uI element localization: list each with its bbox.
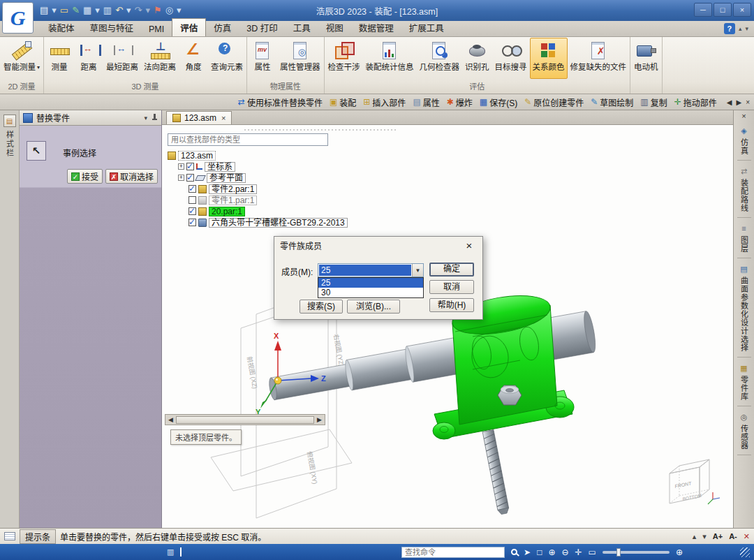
tab-仿真[interactable]: 仿真 (206, 19, 239, 36)
fit-view-icon[interactable]: ▭ (589, 547, 596, 557)
font-increase-icon[interactable]: A+ (713, 532, 723, 540)
component-search-input[interactable] (168, 133, 328, 146)
ribbon-distance[interactable]: 距离 (74, 38, 103, 79)
expander-icon[interactable]: + (178, 175, 184, 181)
toolbar-drag-component[interactable]: ✛拖动部件 (674, 96, 717, 108)
zoom-tool-icon[interactable]: ◎ (165, 2, 174, 19)
tree-horizontal-scrollbar[interactable]: ◀ ▶ (165, 414, 325, 425)
zoom-area-icon[interactable]: □ (537, 547, 542, 557)
ribbon-smart-measure[interactable]: 智能测量▾ (1, 38, 43, 79)
cancel-button[interactable]: 取消 (429, 280, 474, 294)
zoom-plus-icon[interactable]: ⊕ (676, 547, 683, 557)
toolbar-copy[interactable]: ▥复制 (640, 96, 667, 108)
run-command-icon[interactable]: ➤ (524, 547, 531, 557)
scroll-right-icon[interactable]: ▶ (316, 416, 323, 423)
tree-label-part2[interactable]: 零件2.par:1 (209, 184, 257, 194)
tab-视图[interactable]: 视图 (318, 19, 351, 36)
tab-PMI[interactable]: PMI (141, 22, 172, 36)
ribbon-measure[interactable]: 测量 (45, 38, 74, 79)
ribbon-angle[interactable]: 角度 (179, 38, 208, 79)
new-file-icon[interactable]: ▤ (39, 2, 49, 19)
tab-3D 打印[interactable]: 3D 打印 (239, 19, 285, 36)
ribbon-relationship-colors[interactable]: 关系颜色 (530, 38, 568, 79)
save-menu-icon[interactable]: ▾ (94, 2, 101, 19)
ok-button[interactable]: 确定 (429, 263, 474, 277)
view-cube[interactable]: FRONT BOTTOM (670, 459, 720, 504)
dialog-title-bar[interactable]: 零件族成员 × (274, 237, 482, 253)
panel-close-icon[interactable]: × (741, 112, 746, 120)
tab-数据管理[interactable]: 数据管理 (351, 19, 401, 36)
sample-select-button[interactable]: ↖ (27, 141, 46, 161)
scrollbar-thumb[interactable] (176, 416, 314, 424)
redo-menu-icon[interactable]: ▾ (145, 2, 151, 19)
pan-icon[interactable]: ✛ (575, 547, 582, 557)
style-tab-icon[interactable]: ▤ (3, 115, 16, 127)
dropdown-option-25[interactable]: 25 (318, 278, 423, 288)
panel-tab-sensors[interactable]: ◎传感器 (739, 409, 750, 452)
font-decrease-icon[interactable]: A- (729, 532, 737, 540)
tree-label-assembly-root[interactable]: 123.asm (178, 151, 216, 161)
print-icon[interactable]: ▥ (103, 2, 112, 19)
checkbox-coordinate-systems[interactable] (186, 163, 194, 170)
ribbon-collapse-down-icon[interactable]: ▾ (745, 26, 748, 31)
ribbon-assembly-statistics[interactable]: 装配统计信息 (363, 38, 417, 79)
ribbon-recognize-holes[interactable]: 识别孔 (462, 38, 492, 79)
toolbar-properties[interactable]: ▤属性 (413, 96, 439, 108)
cancel-selection-button[interactable]: ✗ 取消选择 (105, 169, 158, 184)
screw-part[interactable] (482, 429, 510, 515)
customize-menu-icon[interactable]: ▾ (176, 2, 182, 19)
resize-grip[interactable] (740, 547, 750, 557)
help-button[interactable]: 帮助(H) (429, 298, 474, 312)
toolbar-sketch[interactable]: ✎草图绘制 (591, 96, 633, 108)
tree-label-coordinate-systems[interactable]: 坐标系 (205, 162, 235, 172)
close-button[interactable]: × (733, 3, 751, 17)
undo-menu-icon[interactable]: ▾ (126, 2, 132, 19)
prompt-scroll-up-icon[interactable]: ▴ (693, 532, 697, 541)
zoom-slider[interactable] (603, 551, 670, 554)
reference-planes[interactable] (211, 285, 352, 518)
tab-工具[interactable]: 工具 (286, 19, 318, 36)
ribbon-normal-distance[interactable]: 法向距离 (141, 38, 179, 79)
expander-icon[interactable]: + (178, 163, 184, 170)
3d-viewport[interactable]: 右视图 (YZ) 前视图 (XZ) 俯视图 (XY) (162, 125, 733, 528)
panel-tab-assembly-path[interactable]: ⇄装配路线 (739, 163, 750, 214)
panel-pin-icon[interactable] (151, 114, 158, 121)
document-tab[interactable]: 123.asm × (166, 111, 232, 124)
tree-label-part1[interactable]: 零件1.par:1 (209, 196, 257, 205)
style-tab-label[interactable]: 样式栏 (4, 131, 15, 158)
prompt-close-icon[interactable]: ✕ (744, 532, 750, 541)
toolbar-create-part-in-place[interactable]: ✎原位创建零件 (524, 96, 584, 108)
minimize-button[interactable]: ─ (694, 3, 712, 17)
panel-tab-parts-library[interactable]: ▦零件库 (739, 360, 750, 403)
document-close-icon[interactable]: × (221, 114, 226, 122)
command-search-input[interactable] (402, 548, 504, 557)
ribbon-min-distance[interactable]: 最短距离 (103, 38, 141, 79)
command-search-box[interactable] (401, 547, 505, 558)
scroll-left-icon[interactable]: ◀ (167, 416, 175, 423)
new-file-menu-icon[interactable]: ▾ (51, 2, 57, 19)
toolbar-save[interactable]: ▦保存(S) (480, 96, 517, 108)
maximize-button[interactable]: □ (714, 3, 732, 17)
open-icon[interactable]: ▭ (59, 2, 69, 19)
tree-label-reference-planes[interactable]: 参考平面 (207, 173, 246, 183)
scroll-right-icon[interactable]: ▶ (736, 98, 741, 106)
checkbox-part1[interactable] (188, 196, 196, 204)
zoom-slider-thumb[interactable] (616, 548, 621, 557)
help-icon[interactable]: ? (724, 23, 735, 34)
ribbon-collapse-up-icon[interactable]: ▴ (739, 26, 742, 31)
prompt-scroll-down-icon[interactable]: ▾ (702, 532, 707, 541)
ribbon-property-manager[interactable]: 属性管理器 (277, 38, 323, 79)
panel-tab-simulate[interactable]: ◈仿真 (739, 123, 750, 157)
scroll-left-icon[interactable]: ◀ (727, 98, 732, 106)
ribbon-geometry-checker[interactable]: 几何检查器 (417, 38, 463, 79)
ribbon-query-element[interactable]: 查询元素 (208, 38, 246, 79)
accept-button[interactable]: ✓ 接受 (67, 169, 103, 184)
checkbox-bolt[interactable] (188, 219, 196, 226)
member-combobox[interactable]: 25 ▼ (318, 263, 424, 277)
tab-装配体[interactable]: 装配体 (40, 19, 82, 36)
close-bar-icon[interactable]: × (746, 98, 750, 106)
panel-collapse-icon[interactable]: ▾ (144, 115, 147, 121)
dialog-close-icon[interactable]: × (461, 240, 477, 251)
search-button[interactable]: 搜索(S) (300, 300, 343, 314)
ribbon-motor[interactable]: 电动机 (631, 38, 661, 82)
